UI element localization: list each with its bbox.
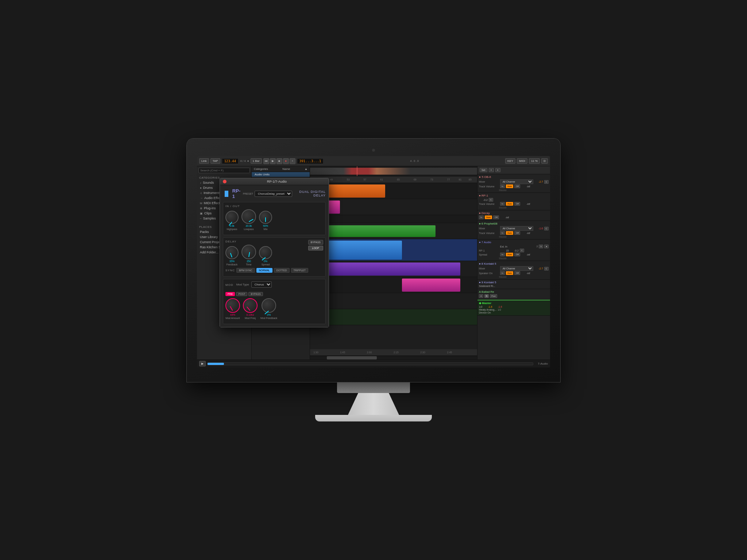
- highpass-knob[interactable]: [225, 211, 239, 224]
- mixer-off-ob6[interactable]: Off: [514, 184, 520, 188]
- ruler-mark-53: 53: [347, 176, 350, 183]
- time-knob[interactable]: [241, 245, 256, 259]
- search-input[interactable]: [198, 168, 250, 173]
- name-col-header: Name: [282, 167, 290, 171]
- post-button[interactable]: POST: [236, 292, 247, 296]
- mixer-auto-ob6[interactable]: Auto: [506, 184, 513, 188]
- track-row-kontakt8: [310, 261, 477, 277]
- highpass-knob-item: 0.0k Highpass: [225, 211, 239, 230]
- mod-amount-knob[interactable]: [225, 298, 240, 313]
- plugin-preset-select[interactable]: ChorusDelay_preset: [255, 191, 292, 197]
- mixer-off-rp1[interactable]: Off: [514, 202, 520, 206]
- mixer-auto-kontakt8[interactable]: Auto: [506, 271, 513, 275]
- bottom-play-button[interactable]: ▶: [199, 361, 206, 366]
- plugin-preset-label: PRESET: [243, 192, 253, 195]
- mixer-c-prophet[interactable]: C: [544, 227, 549, 230]
- mixer-c-rp1[interactable]: C: [489, 198, 493, 202]
- file-row-audio-units[interactable]: Audio Units: [252, 172, 310, 177]
- bpm-sync-button[interactable]: BPM SYNC: [236, 268, 255, 273]
- plugin-close-button[interactable]: [223, 180, 227, 183]
- plugin-preset-row: PRESET ChorusDelay_preset: [243, 191, 292, 197]
- mixer-dropdown-kontakt8[interactable]: All Channe: [500, 266, 533, 271]
- mixer-dot-7audio[interactable]: ●: [544, 245, 549, 248]
- mod-amount-label: Mod Amount: [225, 317, 240, 319]
- camera: [372, 149, 375, 152]
- zoom-button[interactable]: 11 %: [529, 158, 540, 164]
- play-button[interactable]: ▶: [270, 158, 276, 164]
- sync-row: SYNC BPM SYNC NORMAL DOTTED TRIPPLET: [225, 268, 323, 273]
- mod-type-select[interactable]: Chorus: [251, 281, 272, 288]
- mixer-auto-7audio[interactable]: Auto: [506, 253, 513, 256]
- mixer-row-prophet-mixer: Mixer All Channe -1.6 C: [479, 226, 549, 231]
- mixer-dropdown-ob6[interactable]: All Channe: [500, 179, 533, 184]
- mixer-num-rp1: -inf: [521, 203, 530, 205]
- h-scrollbar-thumb[interactable]: [327, 356, 377, 359]
- ruler-mark-69: 69: [414, 176, 417, 183]
- mixer-a-ballad[interactable]: A: [479, 294, 483, 298]
- mixer-post-ballad[interactable]: Post: [490, 294, 497, 298]
- loop-button[interactable]: LOOP: [308, 246, 324, 250]
- mixer-s-ballad[interactable]: S: [484, 294, 489, 298]
- plugin-name: RP-1: [232, 188, 241, 199]
- mixer-track-decay-name: ● Decay: [479, 211, 549, 215]
- lowpass-knob[interactable]: [241, 209, 256, 224]
- mixer-c-kontakt8[interactable]: C: [544, 267, 549, 271]
- daw-container: Link TAP 123.44 4 / 4 ● 1 Bar ⏮ ▶ ■ ● + …: [197, 156, 550, 368]
- feedback-knob[interactable]: [225, 246, 239, 259]
- timeline-ruler: 45 49 53 57 61 65 69 73 77 81 85: [310, 176, 477, 183]
- mixer-auto-prophet[interactable]: Auto: [506, 231, 513, 235]
- plugin-logo: ▐▌: [223, 191, 230, 197]
- mixer-row-master-device: Device On: [479, 311, 549, 314]
- mixer-in-ob6: In: [500, 184, 505, 188]
- mixer-ext-in: Ext. In: [500, 245, 528, 248]
- mixer-off-prophet[interactable]: Off: [514, 231, 520, 235]
- mixer-c-7audio[interactable]: C: [520, 249, 524, 252]
- overdub-button[interactable]: +: [290, 158, 295, 164]
- mixer-row-rp1-vol: Track Volume In Auto Off -inf: [479, 202, 549, 206]
- mixer-in-rp1: In: [500, 202, 505, 206]
- normal-button[interactable]: NORMAL: [256, 268, 272, 273]
- link-button[interactable]: Link: [199, 158, 209, 164]
- record-button[interactable]: ●: [283, 158, 289, 164]
- ruler-mark-73: 73: [430, 176, 433, 183]
- mixer-track-kontakt9: ● 9 Kontakt 5 Seaboard Ri...: [477, 280, 550, 289]
- ruler-mark-200: 2:00: [367, 349, 372, 355]
- mixer-label-7audio-rp1: RP-1: [479, 249, 499, 252]
- mod-freq-knob[interactable]: [243, 298, 258, 313]
- d-button[interactable]: D: [541, 158, 548, 164]
- spread-knob[interactable]: [259, 246, 272, 259]
- mixer-set-button[interactable]: Set: [480, 168, 487, 172]
- mod-bypass-button[interactable]: BYPASS: [248, 292, 263, 296]
- mixer-minus-button[interactable]: ×: [495, 168, 500, 172]
- tap-button[interactable]: TAP: [210, 158, 220, 164]
- mixer-master-7audio: Master: [479, 257, 549, 260]
- pre-button[interactable]: PRE: [225, 292, 235, 296]
- ruler-mark-85: 85: [469, 176, 472, 183]
- mixer-auto-rp1[interactable]: Auto: [506, 202, 513, 206]
- mixer-off-decay[interactable]: Off: [493, 215, 499, 219]
- mixer-off-7audio[interactable]: Off: [514, 253, 520, 256]
- spread-knob-item: 0% Spread: [259, 246, 272, 266]
- mixer-off-kontakt8[interactable]: Off: [514, 271, 520, 275]
- mixer-dropdown-prophet[interactable]: All Channe: [500, 226, 533, 231]
- dotted-button[interactable]: DOTTED: [274, 268, 290, 273]
- h-scrollbar[interactable]: [310, 356, 477, 359]
- rewind-button[interactable]: ⏮: [263, 158, 269, 164]
- key-button[interactable]: KEY: [505, 158, 515, 164]
- mixer-add-button[interactable]: +: [489, 168, 494, 172]
- clip-kontakt8[interactable]: [310, 262, 460, 276]
- tracks-area: 13 7-Audio: [310, 183, 477, 349]
- mix-knob[interactable]: [259, 211, 272, 224]
- tripplet-button[interactable]: TRIPPLET: [291, 268, 308, 273]
- progress-bar[interactable]: [207, 362, 533, 365]
- midi-button[interactable]: MIDI: [517, 158, 527, 164]
- overview-bar[interactable]: [310, 166, 477, 176]
- bar-select[interactable]: 1 Bar: [251, 158, 262, 164]
- mixer-s-7audio[interactable]: S: [539, 245, 543, 248]
- clip-kontakt9[interactable]: [402, 279, 460, 292]
- mixer-c-ob6[interactable]: C: [544, 180, 549, 184]
- stop-button[interactable]: ■: [276, 158, 282, 164]
- mixer-auto-decay[interactable]: Auto: [485, 215, 492, 219]
- bypass-button[interactable]: BYPASS: [308, 240, 324, 245]
- mod-feedback-knob[interactable]: [262, 298, 276, 313]
